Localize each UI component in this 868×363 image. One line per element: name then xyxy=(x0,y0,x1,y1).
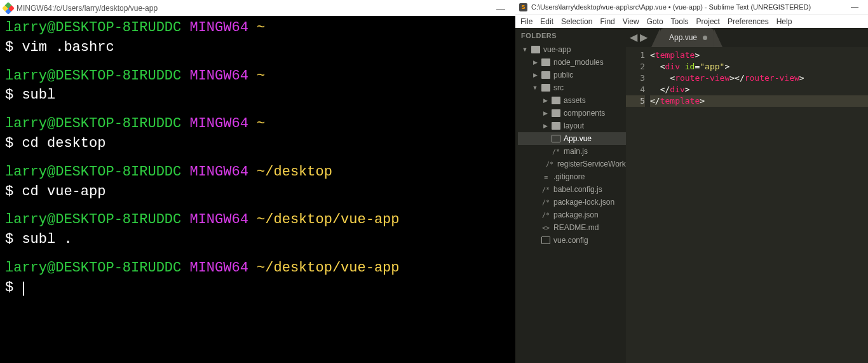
editor-area: ◀ ▶ App.vue 12345 <template> <div id="ap… xyxy=(626,28,868,363)
tree-label: App.vue xyxy=(564,134,592,143)
sublime-icon xyxy=(519,3,527,11)
comment-icon: /* xyxy=(541,186,550,193)
tree-item-src[interactable]: ▼src xyxy=(518,81,626,94)
code-line[interactable]: <div id="app"> xyxy=(650,61,868,72)
terminal-titlebar[interactable]: MINGW64:/c/Users/larry/desktop/vue-app — xyxy=(0,0,515,16)
sublime-window: C:\Users\larry\desktop\vue-app\src\App.v… xyxy=(515,0,868,363)
menu-project[interactable]: Project xyxy=(696,17,720,26)
tab-app-vue[interactable]: App.vue xyxy=(660,28,714,47)
chevron-down-icon: ▼ xyxy=(522,46,528,53)
line-number: 4 xyxy=(626,84,645,95)
sidebar-header: FOLDERS xyxy=(515,28,626,43)
tree-label: node_modules xyxy=(553,58,604,67)
tree-item-node-modules[interactable]: ▶node_modules xyxy=(518,56,626,69)
tree-label: babel.config.js xyxy=(553,185,602,194)
comment-icon: /* xyxy=(541,211,550,219)
tree-item-components[interactable]: ▶components xyxy=(518,107,626,120)
tree-label: vue.config xyxy=(553,236,588,245)
prompt-block: larry@DESKTOP-8IRUDDC MINGW64 ~$ subl xyxy=(5,67,510,106)
tree-item-vue-config[interactable]: vue.config xyxy=(518,234,626,247)
editor[interactable]: 12345 <template> <div id="app"> <router-… xyxy=(626,47,868,363)
tree-root[interactable]: ▼vue-app xyxy=(518,43,626,56)
menu-preferences[interactable]: Preferences xyxy=(728,17,769,26)
menu-file[interactable]: File xyxy=(520,17,532,26)
tree-item-assets[interactable]: ▶assets xyxy=(518,94,626,107)
tree-item-readme-md[interactable]: <>README.md xyxy=(518,221,626,234)
folder-icon xyxy=(552,109,560,117)
tree-item--gitignore[interactable]: ≡.gitignore xyxy=(518,170,626,183)
tab-bar: ◀ ▶ App.vue xyxy=(626,28,868,47)
menu-edit[interactable]: Edit xyxy=(540,17,553,26)
tree-item-app-vue[interactable]: App.vue xyxy=(518,132,626,145)
tree-label: layout xyxy=(564,121,584,130)
tab-prev-icon[interactable]: ◀ xyxy=(630,31,637,43)
chevron-right-icon: ▶ xyxy=(532,59,538,65)
line-number: 1 xyxy=(626,50,645,61)
sublime-titlebar[interactable]: C:\Users\larry\desktop\vue-app\src\App.v… xyxy=(515,0,868,14)
code-area[interactable]: <template> <div id="app"> <router-view><… xyxy=(650,47,868,363)
code-line[interactable]: <template> xyxy=(650,50,868,61)
tree-item-layout[interactable]: ▶layout xyxy=(518,120,626,132)
line-number: 2 xyxy=(626,61,645,72)
line-number-gutter: 12345 xyxy=(626,47,650,363)
tree-item-package-json[interactable]: /*package.json xyxy=(518,209,626,221)
folder-icon xyxy=(552,122,560,130)
tree-label: components xyxy=(564,109,605,118)
menu-goto[interactable]: Goto xyxy=(647,17,663,26)
chevron-right-icon: ▶ xyxy=(542,123,548,129)
sublime-title: C:\Users\larry\desktop\vue-app\src\App.v… xyxy=(531,3,811,11)
menu-tools[interactable]: Tools xyxy=(671,17,689,26)
prompt-block: larry@DESKTOP-8IRUDDC MINGW64 ~/desktop$… xyxy=(5,163,510,202)
terminal-window: MINGW64:/c/Users/larry/desktop/vue-app —… xyxy=(0,0,515,363)
tree-label: assets xyxy=(564,96,586,105)
comment-icon: /* xyxy=(552,147,560,155)
tree-label: README.md xyxy=(553,223,599,232)
tree-label: src xyxy=(553,83,564,92)
tree-label: registerServiceWorker.js xyxy=(557,160,626,168)
code-line[interactable]: </div> xyxy=(650,84,868,95)
file-icon xyxy=(552,135,560,142)
line-number: 3 xyxy=(626,72,645,84)
tree-item-registerserviceworker-js[interactable]: /*registerServiceWorker.js xyxy=(518,158,626,170)
comment-icon: /* xyxy=(545,160,554,168)
comment-icon: /* xyxy=(541,198,550,206)
minimize-button[interactable]: — xyxy=(490,3,512,13)
tree-label: package.json xyxy=(553,210,599,219)
tab-label: App.vue xyxy=(669,33,697,42)
chevron-right-icon: ▶ xyxy=(532,72,538,78)
sidebar: FOLDERS ▼vue-app▶node_modules▶public▼src… xyxy=(515,28,626,363)
tree-label: main.js xyxy=(564,147,588,156)
tree-item-main-js[interactable]: /*main.js xyxy=(518,145,626,158)
menu-selection[interactable]: Selection xyxy=(561,17,592,26)
dirty-indicator-icon xyxy=(703,36,707,40)
tab-next-icon[interactable]: ▶ xyxy=(640,31,648,43)
code-line[interactable]: </template> xyxy=(650,95,868,107)
file-icon xyxy=(541,236,550,244)
minimize-button[interactable]: — xyxy=(845,3,864,11)
chevron-down-icon: ▼ xyxy=(532,85,538,91)
tree-label: package-lock.json xyxy=(553,198,614,207)
prompt-block: larry@DESKTOP-8IRUDDC MINGW64 ~/desktop/… xyxy=(5,259,510,298)
chevron-right-icon: ▶ xyxy=(542,97,548,104)
tree-item-package-lock-json[interactable]: /*package-lock.json xyxy=(518,196,626,209)
line-number: 5 xyxy=(626,95,645,107)
folder-icon xyxy=(541,84,550,92)
prompt-block: larry@DESKTOP-8IRUDDC MINGW64 ~$ cd desk… xyxy=(5,114,510,154)
prompt-block: larry@DESKTOP-8IRUDDC MINGW64 ~$ vim .ba… xyxy=(5,18,510,58)
menu-find[interactable]: Find xyxy=(600,17,614,26)
folder-icon xyxy=(541,71,550,79)
folder-icon xyxy=(531,46,540,53)
terminal-body[interactable]: larry@DESKTOP-8IRUDDC MINGW64 ~$ vim .ba… xyxy=(0,16,515,363)
chevron-right-icon: ▶ xyxy=(542,110,548,116)
folder-icon xyxy=(541,58,550,66)
tree-item-public[interactable]: ▶public xyxy=(518,69,626,81)
tree-label: public xyxy=(553,71,573,79)
menu-help[interactable]: Help xyxy=(776,17,792,26)
mingw-icon xyxy=(2,2,15,15)
terminal-title: MINGW64:/c/Users/larry/desktop/vue-app xyxy=(17,4,158,13)
menu-view[interactable]: View xyxy=(623,17,639,26)
code-line[interactable]: <router-view></router-view> xyxy=(650,72,868,84)
angle-icon: <> xyxy=(541,224,550,231)
tree-item-babel-config-js[interactable]: /*babel.config.js xyxy=(518,183,626,196)
tree-label: vue-app xyxy=(543,45,571,54)
